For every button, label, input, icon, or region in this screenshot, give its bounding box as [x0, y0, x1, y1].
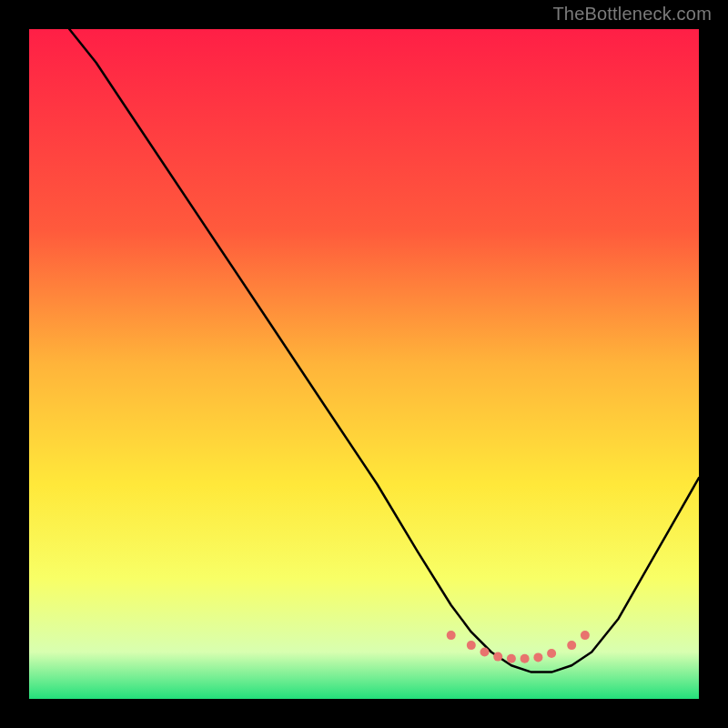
highlight-dot: [581, 631, 590, 640]
highlight-dot: [547, 649, 556, 658]
highlight-dot: [533, 652, 542, 662]
chart-frame: TheBottleneck.com: [0, 0, 728, 728]
highlight-dot: [447, 631, 456, 640]
plot-area: [29, 29, 699, 699]
highlight-dot: [507, 654, 516, 663]
highlight-dot: [493, 652, 502, 662]
highlight-dot: [521, 654, 530, 663]
watermark-text: TheBottleneck.com: [552, 4, 712, 25]
gradient-background: [29, 29, 699, 699]
highlight-dot: [567, 641, 576, 650]
highlight-dot: [480, 648, 490, 657]
highlight-dot: [467, 641, 476, 650]
chart-svg: [29, 29, 699, 699]
